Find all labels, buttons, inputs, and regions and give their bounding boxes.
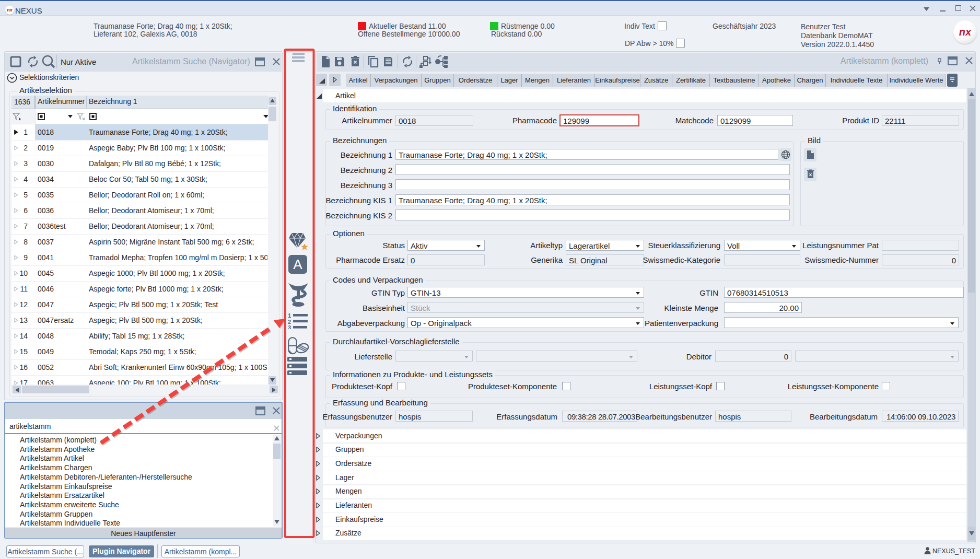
svg-text:1: 1 (288, 312, 291, 319)
